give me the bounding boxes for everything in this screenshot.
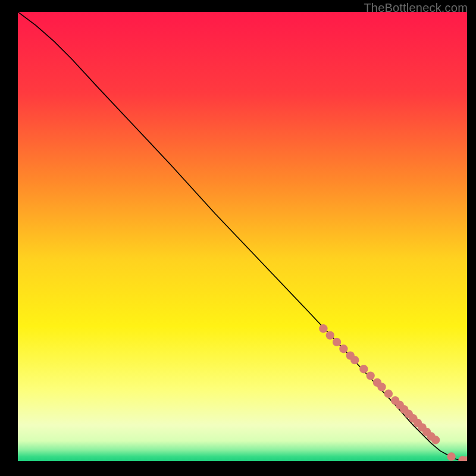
data-marker: [326, 331, 334, 339]
data-marker: [319, 324, 327, 333]
plot-area: [18, 12, 467, 461]
data-marker: [431, 436, 440, 444]
bottleneck-curve: [18, 12, 467, 461]
data-marker: [350, 356, 359, 364]
watermark-text: TheBottleneck.com: [364, 1, 468, 15]
data-marker: [333, 338, 341, 346]
marker-group: [319, 324, 467, 461]
data-marker: [339, 345, 347, 353]
data-marker: [377, 383, 386, 391]
data-marker: [367, 371, 375, 380]
data-marker: [359, 365, 368, 373]
data-marker: [384, 390, 393, 398]
curve-layer: [18, 12, 467, 461]
chart-stage: TheBottleneck.com: [0, 0, 476, 476]
data-marker: [447, 452, 455, 461]
